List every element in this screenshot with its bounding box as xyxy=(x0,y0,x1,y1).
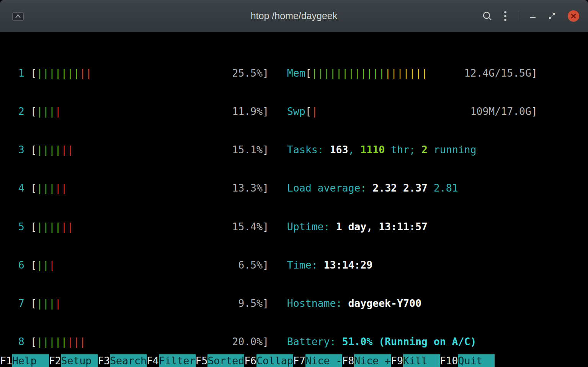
fkey-f2: F2 xyxy=(49,354,61,367)
cpu-meter-6: 6 [|||6.5%] xyxy=(0,259,269,271)
fn-collap[interactable]: Collap xyxy=(256,354,293,367)
cpu-meter-7: 7 [||||9.5%] xyxy=(0,297,269,310)
fn-filter[interactable]: Filter xyxy=(159,354,196,367)
app-icon xyxy=(11,10,24,22)
minimize-button[interactable] xyxy=(529,12,537,20)
fkey-f7: F7 xyxy=(293,354,305,367)
fn-nice-minus[interactable]: Nice - xyxy=(305,354,342,367)
fn-setup[interactable]: Setup xyxy=(61,354,98,367)
battery-line: Battery: 51.0% (Running on A/C) xyxy=(287,335,588,348)
cpu-meter-3: 3 [||||||15.1%] xyxy=(0,143,269,156)
fn-sorted[interactable]: Sorted xyxy=(207,354,244,367)
uptime-line: Uptime: 1 day, 13:11:57 xyxy=(287,220,588,233)
close-button[interactable] xyxy=(567,10,580,22)
cpu-meter-4: 4 [|||||13.3%] xyxy=(0,182,269,194)
swap-gauge: |109M/17.0G xyxy=(312,105,531,118)
memory-meter: Mem[|||||||||||||||||||12.4G/15.5G] xyxy=(287,67,588,79)
fkey-f5: F5 xyxy=(196,354,208,367)
terminal-window: htop /home/daygeek 1 [|||||||||25.5%] xyxy=(0,0,588,367)
cpu-meter-1: 1 [|||||||||25.5%] xyxy=(0,67,269,79)
cpu-gauge: ||||11.9% xyxy=(37,105,263,118)
fkey-f10: F10 xyxy=(440,354,458,367)
cpu-gauge: |||||||||25.5% xyxy=(37,67,263,79)
meters-panel: 1 [|||||||||25.5%] 2 [||||11.9%] 3 [||||… xyxy=(0,33,588,367)
hostname-line: Hostname: daygeek-Y700 xyxy=(287,297,588,310)
swap-meter: Swp[|109M/17.0G] xyxy=(287,105,588,118)
titlebar: htop /home/daygeek xyxy=(0,0,588,32)
fn-quit[interactable]: Quit xyxy=(458,354,495,367)
memory-gauge: |||||||||||||||||||12.4G/15.5G xyxy=(312,67,531,79)
load-average-line: Load average: 2.32 2.37 2.81 xyxy=(287,182,588,194)
cpu-gauge: |||6.5% xyxy=(37,259,263,271)
function-key-bar: F1HelpF2SetupF3SearchF4FilterF5SortedF6C… xyxy=(0,354,588,367)
menu-icon[interactable] xyxy=(503,10,507,22)
cpu-gauge: ||||||15.1% xyxy=(37,143,263,156)
cpu-gauge: ||||9.5% xyxy=(37,297,263,310)
cpu-gauge: |||||13.3% xyxy=(37,182,263,194)
fkey-f9: F9 xyxy=(391,354,403,367)
cpu-gauge: ||||||||20.0% xyxy=(37,335,263,348)
fn-search[interactable]: Search xyxy=(110,354,147,367)
tasks-line: Tasks: 163, 1110 thr; 2 running xyxy=(287,143,588,156)
fn-nice-plus[interactable]: Nice + xyxy=(354,354,391,367)
cpu-meter-5: 5 [||||||15.4%] xyxy=(0,220,269,233)
fkey-f3: F3 xyxy=(98,354,110,367)
titlebar-separator xyxy=(518,11,518,21)
fkey-f1: F1 xyxy=(0,354,12,367)
search-icon[interactable] xyxy=(482,11,493,21)
time-line: Time: 13:14:29 xyxy=(287,259,588,271)
fkey-f8: F8 xyxy=(342,354,354,367)
cpu-gauge: ||||||15.4% xyxy=(37,220,263,233)
restore-button[interactable] xyxy=(547,11,557,21)
fn-kill[interactable]: Kill xyxy=(403,354,440,367)
cpu-meter-8: 8 [||||||||20.0%] xyxy=(0,335,269,348)
fn-help[interactable]: Help xyxy=(12,354,49,367)
fkey-f6: F6 xyxy=(244,354,256,367)
cpu-meter-2: 2 [||||11.9%] xyxy=(0,105,269,118)
htop-screen: 1 [|||||||||25.5%] 2 [||||11.9%] 3 [||||… xyxy=(0,33,588,367)
fkey-f4: F4 xyxy=(147,354,159,367)
